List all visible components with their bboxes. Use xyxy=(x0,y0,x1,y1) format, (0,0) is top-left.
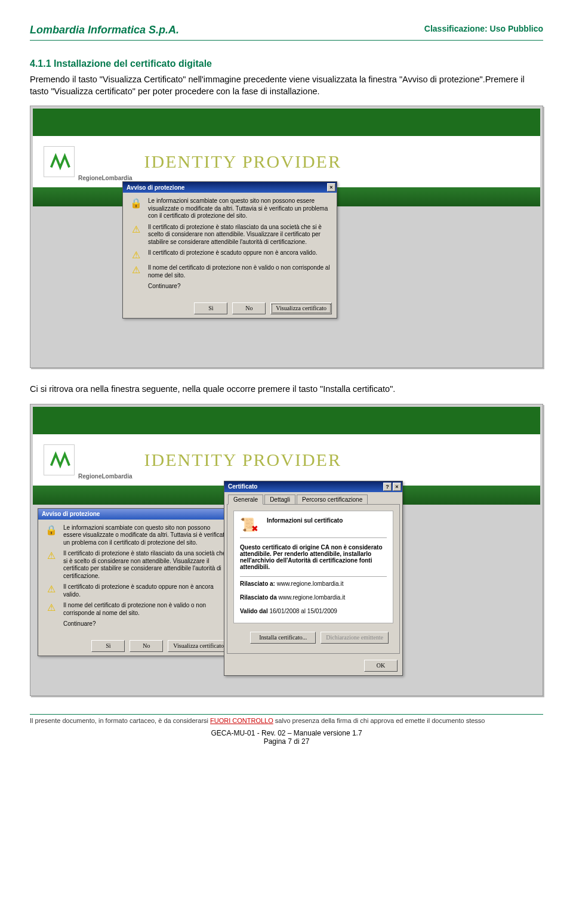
alert-bullet-3: Il nome del certificato di protezione no… xyxy=(148,264,331,279)
site-header: RegioneLombardia IDENTITY PROVIDER xyxy=(33,136,540,187)
screenshot-2: RegioneLombardia IDENTITY PROVIDER Avvis… xyxy=(30,404,543,696)
yes-button[interactable]: Sì xyxy=(91,640,125,652)
alert-bullet-2: Il certificato di protezione è scaduto o… xyxy=(148,249,318,261)
footer-page: Pagina 7 di 27 xyxy=(30,737,543,746)
certificate-error-icon: 📜✖ xyxy=(240,517,263,533)
company-name: Lombardia Informatica S.p.A. xyxy=(30,24,179,36)
browser-top-bar xyxy=(33,407,540,434)
dialog-titlebar: Avviso di protezione × xyxy=(123,182,337,193)
close-icon[interactable]: × xyxy=(327,183,335,191)
security-alert-dialog-bg: Avviso di protezione 🔒 Le informazioni s… xyxy=(38,508,235,656)
alert-bullet-3: Il nome del certificato di protezione no… xyxy=(63,602,228,617)
screenshot-1: RegioneLombardia IDENTITY PROVIDER Avvis… xyxy=(30,106,543,368)
issued-by-label: Rilasciato da xyxy=(240,594,277,601)
certificate-dialog: Certificato ? × Generale Dettagli Percor… xyxy=(224,481,403,676)
footer-doc-info: GECA-MU-01 - Rev. 02 – Manuale versione … xyxy=(30,729,543,746)
dialog-titlebar: Certificato ? × xyxy=(224,481,402,492)
footer-doc-id: GECA-MU-01 - Rev. 02 – Manuale versione … xyxy=(30,729,543,737)
continue-question: Continuare? xyxy=(148,283,180,291)
section-title-text: Installazione del certificato digitale xyxy=(54,58,212,69)
cert-info-body: Questo certificato di origine CA non è c… xyxy=(240,544,387,570)
alert-intro: Le informazioni scambiate con questo sit… xyxy=(63,524,228,547)
valid-value: 16/01/2008 al 15/01/2009 xyxy=(269,608,337,614)
classification-value: Uso Pubblico xyxy=(490,24,543,33)
classification: Classificazione: Uso Pubblico xyxy=(424,24,543,36)
footer-post: salvo presenza della firma di chi approv… xyxy=(275,717,485,724)
help-icon[interactable]: ? xyxy=(383,483,392,491)
browser-top-bar xyxy=(33,109,540,136)
close-icon[interactable]: × xyxy=(393,483,401,491)
certificate-dialog-title: Certificato xyxy=(228,483,257,490)
cert-info-title: Informazioni sul certificato xyxy=(267,517,343,524)
tab-path[interactable]: Percorso certificazione xyxy=(297,495,368,504)
warning-icon: ⚠ xyxy=(129,224,143,246)
issuer-statement-button: Dichiarazione emittente xyxy=(321,632,389,644)
region-logo xyxy=(44,146,75,177)
warning-icon: ⚠ xyxy=(44,583,58,598)
footer-red: FUORI CONTROLLO xyxy=(210,717,273,724)
view-certificate-button[interactable]: Visualizza certificato xyxy=(270,302,332,314)
lock-icon: 🔒 xyxy=(44,524,58,547)
issued-to-value: www.regione.lombardia.it xyxy=(277,580,344,587)
alert-bullet-2: Il certificato di protezione è scaduto o… xyxy=(63,583,228,598)
continue-question: Continuare? xyxy=(63,620,96,628)
warning-icon: ⚠ xyxy=(44,602,58,617)
valid-label: Valido dal xyxy=(240,608,268,614)
certificate-tabs: Generale Dettagli Percorso certificazion… xyxy=(224,492,402,504)
paragraph-2: Ci si ritrova ora nella finestra seguent… xyxy=(30,384,543,395)
page-header: Lombardia Informatica S.p.A. Classificaz… xyxy=(30,24,543,41)
warning-icon: ⚠ xyxy=(129,264,143,279)
ok-button[interactable]: OK xyxy=(364,660,398,672)
region-label: RegioneLombardia xyxy=(78,473,133,480)
alert-intro: Le informazioni scambiate con questo sit… xyxy=(148,197,331,220)
alert-bullet-1: Il certificato di protezione è stato ril… xyxy=(148,224,331,246)
identity-provider-title: IDENTITY PROVIDER xyxy=(144,152,341,172)
install-certificate-button[interactable]: Installa certificato... xyxy=(250,632,316,644)
no-button[interactable]: No xyxy=(232,302,266,314)
view-certificate-button[interactable]: Visualizza certificato xyxy=(168,640,229,652)
dialog-title: Avviso di protezione xyxy=(42,511,100,517)
paragraph-1: Premendo il tasto "Visualizza Certificat… xyxy=(30,74,543,97)
tab-details[interactable]: Dettagli xyxy=(264,495,295,504)
yes-button[interactable]: Sì xyxy=(194,302,227,314)
warning-icon: ⚠ xyxy=(44,550,58,580)
issued-to-label: Rilasciato a: xyxy=(240,580,275,587)
footer-note: Il presente documento, in formato cartac… xyxy=(30,714,543,724)
section-heading: 4.1.1 Installazione del certificato digi… xyxy=(30,58,543,69)
site-header: RegioneLombardia IDENTITY PROVIDER xyxy=(33,434,540,486)
dialog-titlebar: Avviso di protezione xyxy=(38,509,234,520)
warning-icon: ⚠ xyxy=(129,249,143,261)
lock-icon: 🔒 xyxy=(129,197,143,220)
region-logo xyxy=(44,444,75,475)
identity-provider-title: IDENTITY PROVIDER xyxy=(144,450,341,470)
section-number: 4.1.1 xyxy=(30,58,51,69)
footer-pre: Il presente documento, in formato cartac… xyxy=(30,717,210,724)
classification-label: Classificazione: xyxy=(424,24,488,33)
security-alert-dialog: Avviso di protezione × 🔒 Le informazioni… xyxy=(122,181,337,319)
no-button[interactable]: No xyxy=(130,640,163,652)
alert-bullet-1: Il certificato di protezione è stato ril… xyxy=(63,550,228,580)
region-label: RegioneLombardia xyxy=(78,175,133,181)
tab-general[interactable]: Generale xyxy=(228,495,263,505)
dialog-title: Avviso di protezione xyxy=(127,184,184,191)
issued-by-value: www.regione.lombardia.it xyxy=(278,594,345,601)
